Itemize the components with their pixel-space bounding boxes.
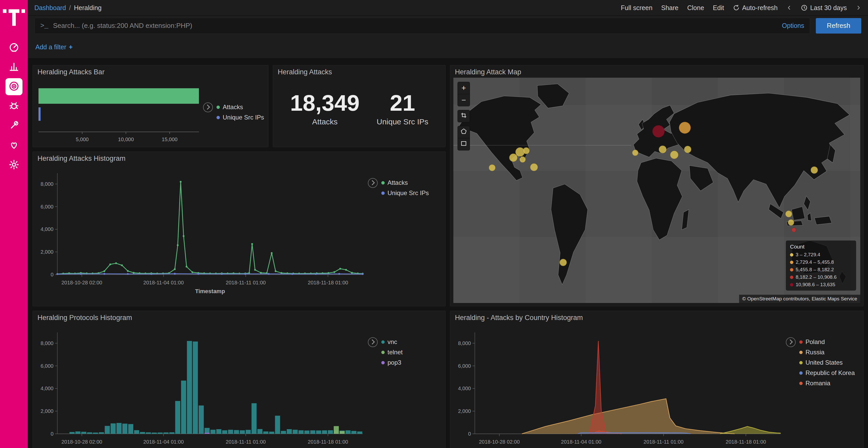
panel-attacks-bar: Heralding Attacks Bar 5,00010,00015,000 … [33,65,269,147]
breadcrumb-separator: / [69,4,71,12]
map-legend-label: 8,182.2 – 10,908.6 [796,274,836,280]
metric-group: 18,349 Attacks 21 Unique Src IPs [273,78,445,147]
sidebar [0,0,28,448]
sidebar-item-dashboard[interactable] [5,39,23,56]
add-filter-button[interactable]: Add a filter + [35,43,72,51]
map-marker[interactable] [632,150,638,156]
map-polygon-filter-button[interactable] [458,126,470,138]
legend-item[interactable]: telnet [381,349,403,356]
auto-refresh-button[interactable]: Auto-refresh [733,4,778,12]
sidebar-item-settings[interactable] [5,157,23,174]
svg-text:5,000: 5,000 [76,137,89,142]
terminal-prompt-icon: >_ [40,22,48,30]
map-crop-button[interactable] [458,110,470,122]
refresh-button[interactable]: Refresh [816,18,861,34]
filter-bar: Add a filter + [28,36,868,59]
full-screen-button[interactable]: Full screen [621,4,652,12]
bar-chart-icon [8,61,20,73]
edit-button[interactable]: Edit [713,4,724,12]
map-marker[interactable] [670,151,678,159]
metric-value: 18,349 [290,92,360,114]
map-marker[interactable] [785,211,792,217]
query-options-link[interactable]: Options [782,22,804,29]
legend-toggle-icon[interactable] [786,337,796,347]
legend-item[interactable]: Russia [799,349,855,356]
metric-label: Unique Src IPs [377,117,428,126]
map-marker[interactable] [560,259,567,266]
legend-item[interactable]: Unique Src IPs [381,189,429,197]
sidebar-item-analytics[interactable] [5,59,23,76]
polygon-icon [460,128,467,137]
legend-item[interactable]: United States [799,359,855,366]
svg-text:8,000: 8,000 [458,340,471,346]
legend-toggle-icon[interactable] [368,337,378,347]
map-marker[interactable] [509,153,518,162]
map-legend-color-dot [790,261,793,264]
map-marker[interactable] [652,125,665,138]
map-marker[interactable] [684,146,691,153]
world-map[interactable]: + − [454,78,860,303]
legend-item[interactable]: Poland [799,338,855,346]
map-marker[interactable] [520,157,526,163]
legend-label: Poland [805,338,825,346]
map-zoom-out-button[interactable]: − [458,94,470,106]
legend-toggle-icon[interactable] [203,102,213,112]
legend-label: Romania [805,380,830,387]
map-rectangle-filter-button[interactable] [458,138,470,150]
rectangle-icon [460,140,467,149]
panel-attacks-metric: Heralding Attacks 18,349 Attacks 21 Uniq… [273,65,445,147]
svg-text:2018-11-04 01:00: 2018-11-04 01:00 [144,439,184,445]
panel-title: Heralding Attack Map [450,65,863,78]
plus-icon: + [69,43,73,51]
sidebar-item-health[interactable] [5,137,23,154]
svg-text:10,000: 10,000 [118,137,134,142]
legend-item[interactable]: Unique Src IPs [216,114,264,121]
map-zoom-in-button[interactable]: + [458,82,470,94]
chart-legend: PolandRussiaUnited StatesRepublic of Kor… [786,323,863,448]
legend-item[interactable]: vnc [381,338,403,346]
share-button[interactable]: Share [661,4,679,12]
metric-attacks: 18,349 Attacks [290,92,360,126]
svg-text:2018-11-04 01:00: 2018-11-04 01:00 [144,280,184,285]
country-histogram-chart: 02,0004,0006,0008,0002018-10-28 02:00201… [450,323,786,448]
legend-color-dot [799,371,803,375]
attacks-bar-chart: 5,00010,00015,000 [34,79,203,145]
chevron-right-icon [856,4,861,11]
legend-item[interactable]: Republic of Korea [799,369,855,377]
svg-text:2018-11-11 01:00: 2018-11-11 01:00 [226,439,266,445]
legend-toggle-icon[interactable] [368,178,378,188]
legend-color-dot [799,340,803,344]
time-forward-button[interactable] [856,4,861,11]
sidebar-item-security-active[interactable] [5,78,23,95]
map-marker[interactable] [659,145,666,153]
legend-item[interactable]: pop3 [381,359,403,366]
bug-icon [8,100,20,112]
attacks-histogram-chart: 02,0004,0006,0008,0002018-10-28 02:00201… [33,164,368,306]
legend-label: Unique Src IPs [223,114,264,121]
svg-text:2018-11-11 01:00: 2018-11-11 01:00 [226,280,266,285]
map-legend-label: 5,455.8 – 8,182.2 [796,267,834,273]
sidebar-item-honeypot[interactable] [5,98,23,115]
sidebar-item-tools[interactable] [5,117,23,134]
map-legend-color-dot [790,283,793,286]
chevron-left-icon [786,4,792,11]
map-marker[interactable] [811,167,818,174]
legend-label: Russia [805,349,824,356]
map-marker[interactable] [788,219,794,226]
legend-color-dot [799,382,803,385]
time-back-button[interactable] [786,4,792,11]
clone-button[interactable]: Clone [687,4,704,12]
map-marker[interactable] [489,164,495,171]
map-legend: Count 3 – 2,729.42,729.4 – 5,455.85,455.… [786,241,856,290]
legend-item[interactable]: Attacks [216,103,264,111]
breadcrumb-dashboard-link[interactable]: Dashboard [34,4,66,12]
map-marker[interactable] [679,122,691,134]
time-range-picker[interactable]: Last 30 days [801,4,847,12]
legend-item[interactable]: Romania [799,380,855,387]
search-input[interactable]: >_ Search... (e.g. status:200 AND extens… [34,18,810,34]
map-marker[interactable] [530,163,538,171]
map-marker[interactable] [523,147,530,154]
svg-text:2,000: 2,000 [40,408,54,414]
map-marker[interactable] [792,228,796,232]
legend-item[interactable]: Attacks [381,179,429,186]
